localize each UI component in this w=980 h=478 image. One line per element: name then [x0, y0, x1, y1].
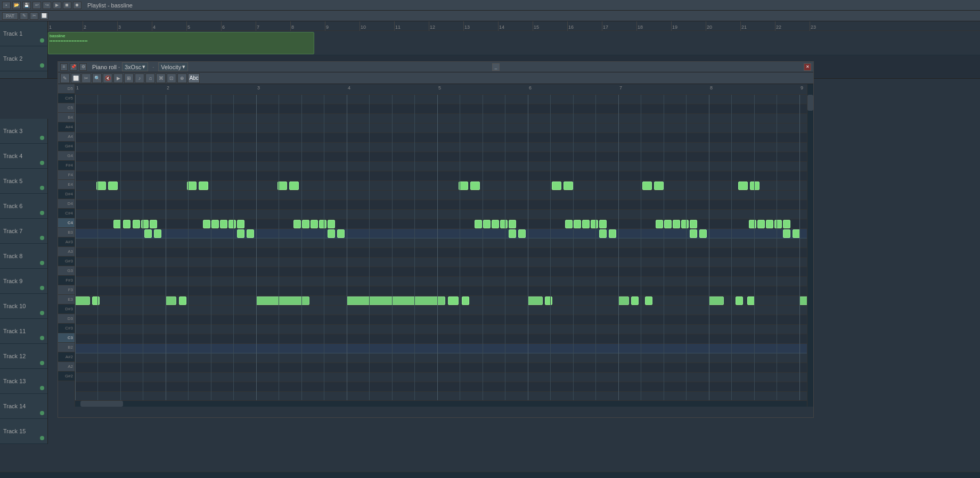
note-F4-2b[interactable]: [199, 182, 208, 190]
note-C4-1a[interactable]: [144, 229, 152, 238]
key-E3[interactable]: E3: [58, 295, 75, 304]
key-G3[interactable]: G3: [58, 266, 75, 276]
pr-select-tool[interactable]: ⬜: [71, 73, 80, 83]
note-Cs4-3c[interactable]: [311, 220, 318, 228]
open-button[interactable]: 📂: [12, 2, 21, 9]
key-E4[interactable]: E4: [58, 180, 75, 189]
track-label-10[interactable]: Track 10: [0, 294, 47, 319]
key-B2[interactable]: B2: [58, 343, 75, 352]
note-Cs4-8e[interactable]: [783, 220, 790, 228]
note-Cs4-1a[interactable]: [113, 220, 121, 228]
note-F3-4a[interactable]: [347, 296, 445, 305]
track-14-knob[interactable]: [40, 411, 44, 415]
new-button[interactable]: ▪: [2, 2, 11, 9]
note-C4-2b[interactable]: [247, 229, 254, 238]
key-B4[interactable]: B4: [58, 113, 75, 122]
key-C3[interactable]: C3: [58, 333, 75, 343]
pr-chord-btn[interactable]: ♫: [145, 73, 155, 83]
track-9-knob[interactable]: [40, 286, 44, 290]
key-Gs4[interactable]: G#4: [58, 142, 75, 151]
note-Cs4-5c[interactable]: [492, 220, 499, 228]
tool2[interactable]: ✂: [30, 12, 38, 20]
note-F4-2a[interactable]: [187, 182, 197, 190]
note-Cs4-7c[interactable]: [673, 220, 680, 228]
track-11-knob[interactable]: [40, 336, 44, 340]
key-As2[interactable]: A#2: [58, 352, 75, 362]
note-Cs4-1d[interactable]: [141, 220, 149, 228]
track-7-knob[interactable]: [40, 236, 44, 240]
pr-hscroll-thumb[interactable]: [80, 401, 123, 407]
key-F3[interactable]: F3: [58, 285, 75, 295]
note-F3-1b[interactable]: [92, 296, 100, 305]
record-button[interactable]: ⏺: [73, 2, 81, 9]
key-Fs3[interactable]: F#3: [58, 276, 75, 285]
key-Fs4[interactable]: F#4: [58, 161, 75, 170]
note-F3-2b[interactable]: [179, 296, 186, 305]
key-Gs3[interactable]: G#3: [58, 257, 75, 266]
track-5-knob[interactable]: [40, 186, 44, 190]
note-Cs4-7b[interactable]: [664, 220, 672, 228]
track-label-12[interactable]: Track 12: [0, 344, 47, 369]
note-Cs4-6c[interactable]: [582, 220, 590, 228]
note-Cs4-2d[interactable]: [228, 220, 236, 228]
main-scrollbar[interactable]: [0, 472, 980, 478]
tool3[interactable]: ⬜: [40, 12, 48, 20]
note-Cs4-7a[interactable]: [656, 220, 663, 228]
track-label-8[interactable]: Track 8: [0, 244, 47, 269]
pr-close-button[interactable]: ✕: [804, 63, 811, 71]
track-label-13[interactable]: Track 13: [0, 369, 47, 394]
pr-zoom-tool[interactable]: 🔍: [92, 73, 102, 83]
note-C4-3a[interactable]: [328, 229, 335, 238]
key-F4[interactable]: F4: [58, 170, 75, 180]
note-F4-3b[interactable]: [289, 182, 299, 190]
note-C4-8b[interactable]: [793, 229, 800, 238]
note-Cs4-3d[interactable]: [319, 220, 326, 228]
note-C4-5b[interactable]: [518, 229, 526, 238]
note-C4-1b[interactable]: [154, 229, 161, 238]
note-Cs4-5d[interactable]: [500, 220, 508, 228]
note-Cs4-6e[interactable]: [599, 220, 607, 228]
pr-scrollbar-right[interactable]: [807, 84, 813, 407]
note-Cs4-7e[interactable]: [690, 220, 697, 228]
note-Cs4-1b[interactable]: [123, 220, 130, 228]
note-Cs4-8b[interactable]: [757, 220, 765, 228]
pr-snap-btn[interactable]: ⊞: [124, 73, 134, 83]
note-F4-7b[interactable]: [654, 182, 664, 190]
save-button[interactable]: 💾: [22, 2, 31, 9]
pr-mute-tool[interactable]: 🔇: [103, 73, 112, 83]
pr-minimize-button[interactable]: _: [492, 63, 500, 71]
track-label-15[interactable]: Track 15: [0, 419, 47, 444]
note-Cs4-2a[interactable]: [203, 220, 210, 228]
note-F4-7a[interactable]: [642, 182, 652, 190]
play-button[interactable]: ▶: [53, 2, 61, 9]
note-Cs4-6b[interactable]: [574, 220, 581, 228]
track-10-knob[interactable]: [40, 311, 44, 315]
key-Gs2[interactable]: G#2: [58, 372, 75, 381]
note-C4-6a[interactable]: [599, 229, 607, 238]
note-Cs4-8a[interactable]: [749, 220, 756, 228]
pr-menu-button[interactable]: ≡: [60, 63, 68, 71]
note-F3-7a[interactable]: [709, 296, 724, 305]
key-Cs4[interactable]: C#4: [58, 209, 75, 218]
note-C4-7b[interactable]: [699, 229, 707, 238]
track-label-5[interactable]: Track 5: [0, 169, 47, 194]
key-C4[interactable]: C4: [58, 218, 75, 228]
pr-scale-btn[interactable]: ♪: [135, 73, 144, 83]
track-label-2[interactable]: Track 2: [0, 46, 47, 71]
pr-scrollbar-bottom[interactable]: [75, 400, 807, 407]
key-A4[interactable]: A4: [58, 132, 75, 142]
track-8-knob[interactable]: [40, 261, 44, 265]
pr-pin-button[interactable]: 📌: [70, 63, 77, 71]
pr-config-button[interactable]: ⚙: [79, 63, 87, 71]
note-Cs4-5e[interactable]: [509, 220, 516, 228]
note-F3-7c[interactable]: [747, 296, 755, 305]
track-12-knob[interactable]: [40, 361, 44, 365]
track-3-knob[interactable]: [40, 136, 44, 140]
key-As4[interactable]: A#4: [58, 122, 75, 132]
pr-abc-btn[interactable]: Abc: [188, 73, 200, 83]
note-F3-5a[interactable]: [528, 296, 543, 305]
note-Cs4-2c[interactable]: [220, 220, 227, 228]
track-label-6[interactable]: Track 6: [0, 194, 47, 219]
track-label-3[interactable]: Track 3: [0, 119, 47, 144]
note-C4-5a[interactable]: [509, 229, 516, 238]
